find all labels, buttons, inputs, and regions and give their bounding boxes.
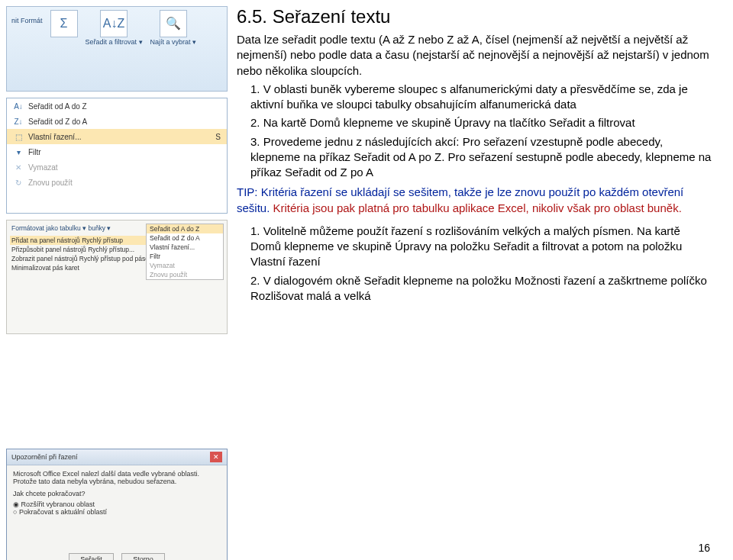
step-2: 2. Na kartě Domů klepneme ve skupině Úpr…	[237, 115, 712, 130]
step2-2: 2. V dialogovém okně Seřadit klepneme na…	[237, 273, 712, 304]
section-title: 6.5. Seřazení textu	[237, 6, 712, 27]
sort-menu-screenshot: A↓Seřadit od A do Z Z↓Seřadit od Z do A …	[6, 98, 228, 214]
close-icon: ✕	[210, 452, 222, 462]
step2-1: 1. Volitelně můžeme použít řazení s rozl…	[237, 224, 712, 270]
clear-icon: ✕	[13, 162, 24, 172]
qat-menu-screenshot: Formátovat jako tabulku ▾ buňky ▾ Přidat…	[6, 220, 228, 334]
sort-filter-icon: A↓Z	[100, 10, 128, 37]
ribbon-screenshot: nit Formát Σ A↓ZSeřadit a filtrovat ▾ 🔍N…	[6, 6, 228, 92]
format-label: nit Formát	[11, 10, 43, 47]
sort-warning-dialog-screenshot: Upozornění při řazení ✕ Microsoft Office…	[6, 449, 228, 560]
find-select-icon: 🔍	[160, 10, 187, 37]
autosum-icon: Σ	[50, 10, 78, 37]
cancel-button: Storno	[121, 553, 165, 560]
page-number: 16	[698, 542, 710, 554]
intro-paragraph: Data lze seřadit podle textu (A až Z neb…	[237, 32, 712, 79]
dialog-title: Upozornění při řazení	[11, 453, 78, 461]
reapply-icon: ↻	[13, 177, 24, 188]
step-1: 1. V oblasti buněk vybereme sloupec s al…	[237, 82, 712, 113]
sort-button: Seřadit	[69, 553, 114, 560]
step-3: 3. Provedeme jednu z následujících akcí:…	[237, 134, 712, 181]
custom-sort-icon: ⬚	[13, 131, 24, 142]
tip-paragraph: TIP: Kritéria řazení se ukládají se seši…	[237, 185, 712, 216]
sort-asc-icon: A↓	[13, 101, 24, 111]
sort-desc-icon: Z↓	[13, 116, 24, 127]
filter-icon: ▾	[13, 146, 24, 157]
